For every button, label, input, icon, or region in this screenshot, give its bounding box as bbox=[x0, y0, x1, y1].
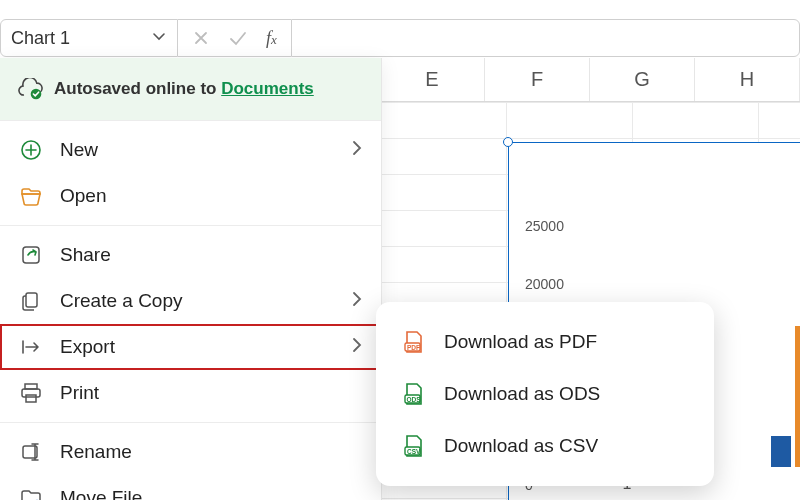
column-header[interactable]: H bbox=[695, 58, 800, 101]
column-header[interactable]: E bbox=[380, 58, 485, 101]
export-pdf[interactable]: PDF Download as PDF bbox=[382, 316, 708, 368]
svg-rect-6 bbox=[26, 395, 36, 402]
axis-tick: 25000 bbox=[525, 218, 564, 234]
svg-text:ODS: ODS bbox=[407, 396, 422, 403]
folder-move-icon bbox=[18, 485, 44, 500]
autosave-banner: Autosaved online to Documents bbox=[0, 58, 381, 120]
accept-icon[interactable] bbox=[228, 29, 248, 47]
svg-text:CSV: CSV bbox=[407, 448, 421, 455]
name-box[interactable]: Chart 1 bbox=[0, 19, 178, 57]
menu-export[interactable]: Export bbox=[0, 324, 381, 370]
rename-icon bbox=[18, 439, 44, 465]
plus-circle-icon bbox=[18, 137, 44, 163]
resize-handle-icon[interactable] bbox=[503, 137, 513, 147]
csv-file-icon: CSV bbox=[400, 432, 428, 460]
axis-tick: 20000 bbox=[525, 276, 564, 292]
svg-rect-5 bbox=[22, 389, 40, 397]
chevron-right-icon bbox=[351, 336, 363, 359]
export-submenu: PDF Download as PDF ODS Download as ODS … bbox=[376, 302, 714, 486]
column-header[interactable]: F bbox=[485, 58, 590, 101]
svg-rect-3 bbox=[26, 293, 37, 307]
chevron-right-icon bbox=[351, 290, 363, 313]
export-icon bbox=[18, 334, 44, 360]
menu-print[interactable]: Print bbox=[0, 370, 381, 416]
cloud-check-icon bbox=[18, 76, 44, 102]
pdf-file-icon: PDF bbox=[400, 328, 428, 356]
share-icon bbox=[18, 242, 44, 268]
menu-create-copy[interactable]: Create a Copy bbox=[0, 278, 381, 324]
folder-open-icon bbox=[18, 183, 44, 209]
chevron-right-icon bbox=[351, 139, 363, 162]
column-header[interactable]: G bbox=[590, 58, 695, 101]
chart-bar bbox=[795, 326, 800, 467]
name-box-value: Chart 1 bbox=[11, 28, 70, 49]
ods-file-icon: ODS bbox=[400, 380, 428, 408]
export-csv[interactable]: CSV Download as CSV bbox=[382, 420, 708, 472]
file-menu: Autosaved online to Documents New Open S… bbox=[0, 58, 382, 500]
autosave-location-link[interactable]: Documents bbox=[221, 79, 314, 98]
copy-icon bbox=[18, 288, 44, 314]
chart-bar bbox=[771, 436, 791, 467]
export-ods[interactable]: ODS Download as ODS bbox=[382, 368, 708, 420]
cancel-icon[interactable] bbox=[192, 29, 210, 47]
chevron-down-icon bbox=[151, 28, 167, 49]
menu-move-file[interactable]: Move File bbox=[0, 475, 381, 500]
svg-text:PDF: PDF bbox=[407, 344, 420, 351]
svg-rect-2 bbox=[23, 247, 39, 263]
menu-open[interactable]: Open bbox=[0, 173, 381, 219]
fx-icon[interactable]: fx bbox=[266, 28, 277, 49]
menu-share[interactable]: Share bbox=[0, 232, 381, 278]
menu-new[interactable]: New bbox=[0, 127, 381, 173]
menu-rename[interactable]: Rename bbox=[0, 429, 381, 475]
print-icon bbox=[18, 380, 44, 406]
formula-input[interactable] bbox=[291, 19, 800, 57]
